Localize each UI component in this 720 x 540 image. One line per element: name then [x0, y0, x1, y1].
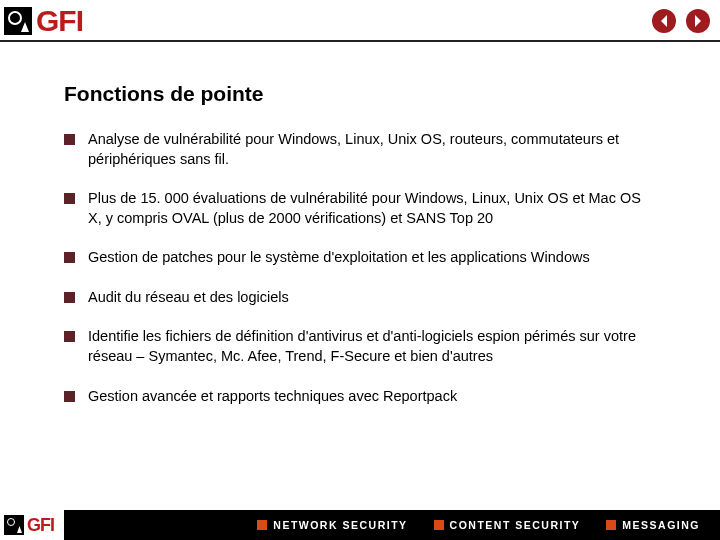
logo-mark-icon [4, 515, 24, 535]
bullet-list: Analyse de vulnérabilité pour Windows, L… [64, 130, 656, 406]
brand-logo: GFI [4, 4, 83, 38]
slide-footer: GFI NETWORK SECURITY CONTENT SECURITY ME… [0, 510, 720, 540]
list-item: Audit du réseau et des logiciels [64, 288, 656, 308]
list-item: Gestion de patches pour le système d'exp… [64, 248, 656, 268]
chevron-right-icon [693, 15, 703, 27]
footer-label: CONTENT SECURITY [450, 519, 581, 531]
chevron-left-icon [659, 15, 669, 27]
slide-content: Fonctions de pointe Analyse de vulnérabi… [0, 42, 720, 406]
footer-item-network: NETWORK SECURITY [257, 519, 407, 531]
footer-label: NETWORK SECURITY [273, 519, 407, 531]
logo-mark-icon [4, 7, 32, 35]
footer-bar: NETWORK SECURITY CONTENT SECURITY MESSAG… [64, 510, 720, 540]
slide-header: GFI [0, 0, 720, 42]
bullet-icon [434, 520, 444, 530]
bullet-icon [257, 520, 267, 530]
prev-button[interactable] [652, 9, 676, 33]
footer-logo-text: GFI [27, 515, 54, 536]
list-item: Identifie les fichiers de définition d'a… [64, 327, 656, 366]
list-item: Gestion avancée et rapports techniques a… [64, 387, 656, 407]
list-item: Plus de 15. 000 évaluations de vulnérabi… [64, 189, 656, 228]
footer-brand-logo: GFI [0, 510, 64, 540]
bullet-icon [606, 520, 616, 530]
slide-title: Fonctions de pointe [64, 82, 656, 106]
footer-item-content: CONTENT SECURITY [434, 519, 581, 531]
logo-text: GFI [36, 4, 83, 38]
slide-nav [652, 9, 710, 33]
next-button[interactable] [686, 9, 710, 33]
list-item: Analyse de vulnérabilité pour Windows, L… [64, 130, 656, 169]
footer-label: MESSAGING [622, 519, 700, 531]
footer-item-messaging: MESSAGING [606, 519, 700, 531]
